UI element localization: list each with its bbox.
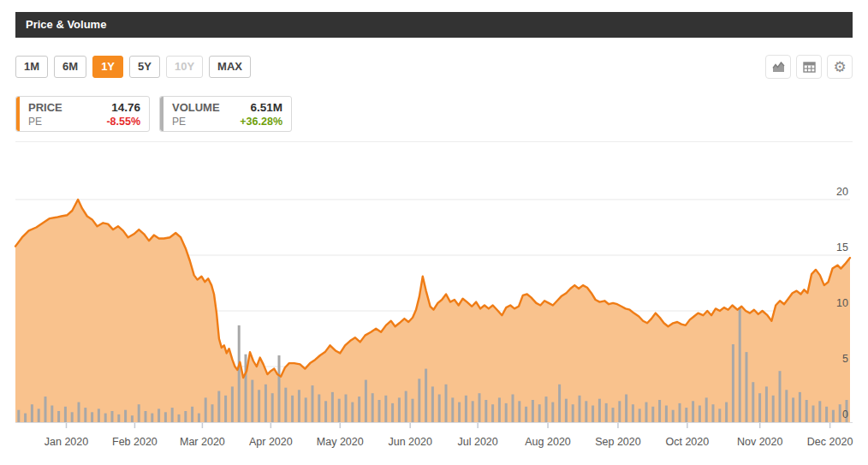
table-view-button[interactable] [796,55,822,79]
volume-bar [365,380,367,422]
volume-bar [451,397,454,422]
price-volume-panel: Jan 2020Feb 2020Mar 2020Apr 2020May 2020… [0,0,868,465]
chart-toolbar: ⚙ [765,55,853,79]
volume-bar [618,401,621,422]
y-axis-label: 20 [836,186,848,198]
volume-bar [104,414,107,422]
volume-bar [238,325,241,422]
volume-bar [772,396,775,422]
table-icon [803,62,816,73]
volume-bar [391,403,394,422]
volume-bar [198,414,200,422]
volume-bar [71,412,74,422]
area-chart-icon [772,62,785,73]
volume-bar [345,395,348,423]
range-button-1y[interactable]: 1Y [92,56,123,78]
volume-bar [739,307,741,422]
volume-bar [598,399,601,422]
volume-bar [732,344,734,422]
volume-bar [338,399,341,422]
volume-bar [612,408,615,422]
volume-bar [78,402,80,422]
range-button-10y[interactable]: 10Y [166,56,203,78]
volume-bar [98,408,100,422]
volume-label: VOLUME [172,101,220,115]
volume-accent-bar [160,97,163,131]
volume-bar [164,412,167,422]
volume-bar [712,404,715,422]
volume-bar [358,396,360,422]
volume-bar [558,385,561,422]
volume-bar [271,393,274,422]
x-axis-label: Sep 2020 [595,436,641,448]
volume-bar [57,411,60,422]
volume-bar [692,401,694,422]
x-axis-label: Jan 2020 [45,436,88,448]
settings-icon: ⚙ [833,60,846,75]
price-legend-card[interactable]: PRICE 14.76 PE -8.55% [15,96,150,132]
volume-bar [718,408,721,422]
volume-bar [746,352,748,422]
volume-bar [632,404,634,422]
volume-bar [24,414,27,422]
volume-bar [458,402,461,422]
range-button-6m[interactable]: 6M [54,56,86,78]
volume-bar [479,393,481,422]
volume-bar [378,400,381,422]
volume-value: 6.51M [250,101,282,115]
volume-bar [425,369,427,422]
price-metric-label: PE [28,115,42,128]
range-button-5y[interactable]: 5Y [129,56,160,78]
volume-bar [779,371,782,422]
volume-bar [191,407,193,422]
x-axis-label: Jun 2020 [388,436,431,448]
volume-bar [538,404,541,422]
volume-bar [124,410,127,422]
volume-bar [579,396,581,422]
volume-bar [438,395,441,423]
x-axis-label: Feb 2020 [112,436,158,448]
volume-bar [505,403,508,422]
volume-bar [305,397,307,422]
volume-bar [224,396,227,422]
x-axis-label: May 2020 [317,436,364,448]
volume-bar [585,401,587,422]
y-axis-label: 5 [842,353,848,365]
volume-bar [679,403,681,422]
volume-bar [572,404,574,422]
area-chart-button[interactable] [765,55,791,79]
x-axis-label: Jul 2020 [458,436,498,448]
volume-bar [685,408,687,422]
volume-bar [758,393,761,422]
volume-bar [518,401,520,422]
volume-bar [658,400,661,422]
y-axis-label: 0 [842,408,848,420]
settings-button[interactable]: ⚙ [827,55,853,79]
price-accent-bar [16,97,20,131]
volume-bar [818,401,821,422]
volume-change: +36.28% [240,115,282,128]
volume-legend-card[interactable]: VOLUME 6.51M PE +36.28% [159,96,292,132]
volume-bar [806,400,808,422]
volume-bar [639,408,641,422]
volume-bar [752,382,754,422]
volume-bar [498,397,501,422]
volume-bar [839,404,841,422]
volume-bar [231,386,234,422]
volume-bar [465,396,467,422]
volume-bar [17,410,20,422]
price-value: 14.76 [111,101,140,115]
volume-bar [491,404,494,422]
volume-bar [117,414,120,422]
x-axis-label: Apr 2020 [249,436,293,448]
volume-bar [832,410,835,422]
volume-bar [765,386,768,422]
price-label: PRICE [28,101,62,115]
legend-chart-divider [15,141,853,142]
volume-bar [145,411,147,422]
volume-bar [298,390,300,422]
range-button-1m[interactable]: 1M [15,56,48,78]
range-button-max[interactable]: MAX [209,56,251,78]
volume-bar [525,407,527,422]
price-change: -8.55% [106,115,140,128]
